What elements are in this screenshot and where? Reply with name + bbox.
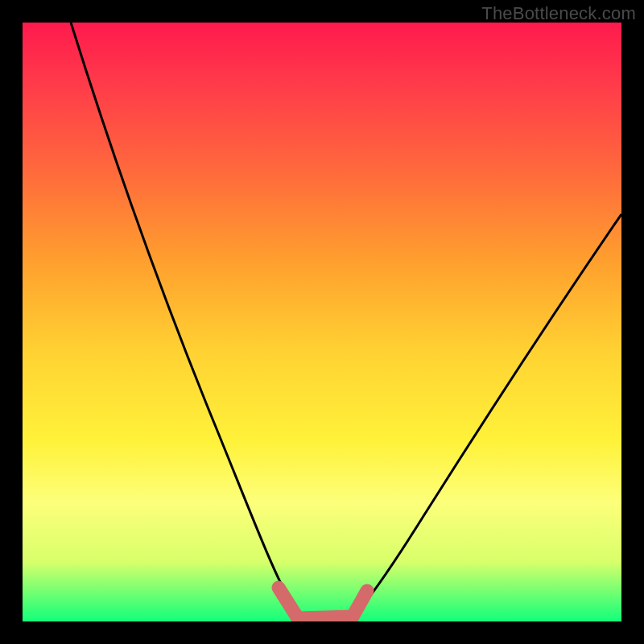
watermark-text: TheBottleneck.com [481,3,636,24]
valley-marker-bottom [298,617,353,618]
left-curve [71,23,306,621]
plot-area [23,23,621,621]
right-curve [349,214,621,621]
outer-frame: TheBottleneck.com [0,0,644,644]
valley-marker-right [353,591,367,617]
curve-layer [23,23,621,621]
